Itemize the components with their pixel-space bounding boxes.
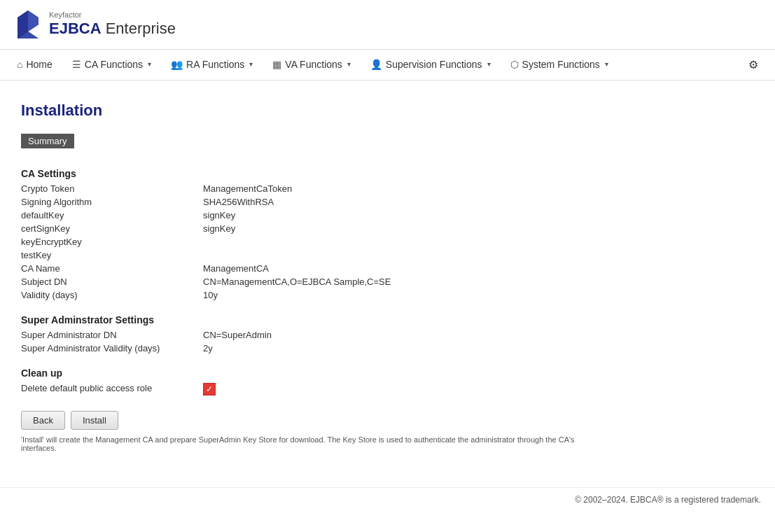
nav-home-label: Home	[26, 59, 52, 70]
ejbca-logo-icon	[14, 7, 42, 42]
field-value-default-key: signKey	[203, 209, 754, 222]
nav-system-label: System Functions	[522, 59, 600, 70]
field-value-validity-days: 10y	[203, 288, 754, 302]
install-button[interactable]: Install	[71, 411, 118, 430]
navbar: ⌂ Home ☰ CA Functions ▾ 👥 RA Functions ▾…	[0, 50, 775, 80]
table-row: Subject DN CN=ManagementCA,O=EJBCA Sampl…	[21, 275, 754, 288]
field-value-certsign-key: signKey	[203, 222, 754, 235]
table-row: Signing Algorithm SHA256WithRSA	[21, 195, 754, 209]
back-button[interactable]: Back	[21, 411, 65, 430]
field-label-keyencrypt-key: keyEncryptKey	[21, 235, 203, 248]
field-value-super-admin-validity: 2y	[203, 342, 754, 355]
svg-marker-3	[28, 10, 39, 31]
nav-supervision-functions[interactable]: 👤 Supervision Functions ▾	[361, 50, 501, 80]
table-row: defaultKey signKey	[21, 209, 754, 222]
field-value-keyencrypt-key	[203, 235, 754, 248]
field-label-delete-role: Delete default public access role	[21, 382, 203, 397]
header: Keyfactor EJBCA Enterprise	[0, 0, 775, 50]
field-value-delete-role: ✓	[203, 382, 754, 397]
nav-va-functions[interactable]: ▦ VA Functions ▾	[263, 50, 360, 80]
cleanup-table: Clean up Delete default public access ro…	[21, 362, 754, 397]
table-row: keyEncryptKey	[21, 235, 754, 248]
nav-home[interactable]: ⌂ Home	[7, 50, 62, 80]
copyright-text: © 2002–2024. EJBCA® is a registered trad…	[575, 495, 761, 505]
field-value-ca-name: ManagementCA	[203, 262, 754, 275]
table-row: certSignKey signKey	[21, 222, 754, 235]
summary-badge: Summary	[21, 134, 74, 148]
cleanup-heading: Clean up	[21, 362, 754, 382]
ra-chevron-icon: ▾	[249, 60, 253, 68]
field-label-super-admin-dn: Super Administrator DN	[21, 328, 203, 342]
field-label-default-key: defaultKey	[21, 209, 203, 222]
logo: Keyfactor EJBCA Enterprise	[14, 7, 176, 42]
table-row: Super Administrator Validity (days) 2y	[21, 342, 754, 355]
table-row: Super Administrator DN CN=SuperAdmin	[21, 328, 754, 342]
main-content: Installation Summary CA Settings Crypto …	[0, 80, 775, 473]
table-row: Crypto Token ManagementCaToken	[21, 182, 754, 195]
ca-chevron-icon: ▾	[148, 60, 151, 68]
button-row: Back Install	[21, 411, 754, 430]
va-chevron-icon: ▾	[347, 60, 351, 68]
logo-text: Keyfactor EJBCA Enterprise	[49, 10, 176, 38]
nav-va-label: VA Functions	[285, 59, 342, 70]
system-chevron-icon: ▾	[605, 60, 608, 68]
field-label-crypto-token: Crypto Token	[21, 182, 203, 195]
field-label-test-key: testKey	[21, 248, 203, 262]
ca-settings-heading: CA Settings	[21, 162, 754, 182]
ejbca-label: EJBCA	[49, 20, 102, 37]
field-label-signing-algo: Signing Algorithm	[21, 195, 203, 209]
nav-ra-label: RA Functions	[186, 59, 244, 70]
footer: © 2002–2024. EJBCA® is a registered trad…	[0, 487, 775, 512]
keyfactor-label: Keyfactor	[49, 10, 176, 20]
field-label-ca-name: CA Name	[21, 262, 203, 275]
supervision-chevron-icon: ▾	[487, 60, 491, 68]
super-admin-heading-row: Super Adminstrator Settings	[21, 309, 754, 328]
home-icon: ⌂	[17, 59, 22, 70]
nav-ra-functions[interactable]: 👥 RA Functions ▾	[161, 50, 263, 80]
field-value-signing-algo: SHA256WithRSA	[203, 195, 754, 209]
field-value-super-admin-dn: CN=SuperAdmin	[203, 328, 754, 342]
cleanup-heading-row: Clean up	[21, 362, 754, 382]
delete-role-checkbox[interactable]: ✓	[203, 383, 216, 396]
field-label-subject-dn: Subject DN	[21, 275, 203, 288]
nav-supervision-label: Supervision Functions	[386, 59, 482, 70]
table-row: testKey	[21, 248, 754, 262]
super-admin-heading: Super Adminstrator Settings	[21, 309, 754, 328]
ca-icon: ☰	[72, 59, 81, 70]
page-title: Installation	[21, 102, 754, 120]
table-row: Validity (days) 10y	[21, 288, 754, 302]
ca-settings-heading-row: CA Settings	[21, 162, 754, 182]
ra-icon: 👥	[171, 59, 183, 70]
enterprise-label: Enterprise	[102, 20, 176, 37]
nav-ca-label: CA Functions	[85, 59, 143, 70]
table-row: Delete default public access role ✓	[21, 382, 754, 397]
field-label-certsign-key: certSignKey	[21, 222, 203, 235]
table-row: CA Name ManagementCA	[21, 262, 754, 275]
va-icon: ▦	[272, 59, 281, 70]
nav-system-functions[interactable]: ⬡ System Functions ▾	[501, 50, 618, 80]
nav-ca-functions[interactable]: ☰ CA Functions ▾	[62, 50, 161, 80]
field-value-crypto-token: ManagementCaToken	[203, 182, 754, 195]
system-icon: ⬡	[510, 59, 519, 70]
field-label-validity-days: Validity (days)	[21, 288, 203, 302]
super-admin-settings-table: Super Adminstrator Settings Super Admini…	[21, 309, 754, 355]
field-value-subject-dn: CN=ManagementCA,O=EJBCA Sample,C=SE	[203, 275, 754, 288]
supervision-icon: 👤	[370, 59, 382, 70]
nav-settings[interactable]: ⚙	[739, 50, 768, 80]
field-value-test-key	[203, 248, 754, 262]
ca-settings-table: CA Settings Crypto Token ManagementCaTok…	[21, 162, 754, 302]
install-note: 'Install' will create the Management CA …	[21, 435, 581, 452]
field-label-super-admin-validity: Super Administrator Validity (days)	[21, 342, 203, 355]
